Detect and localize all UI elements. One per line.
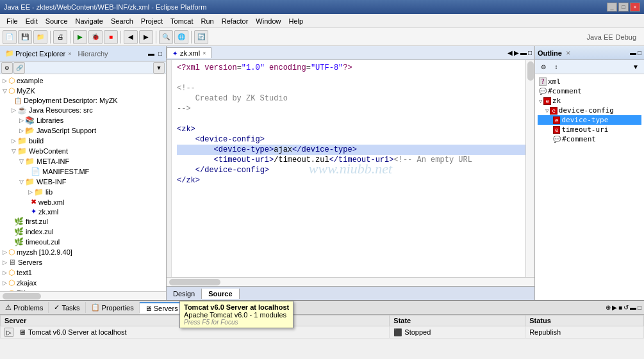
menu-search[interactable]: Search	[107, 16, 137, 26]
outline-item-device-type[interactable]: e device-type	[538, 115, 641, 125]
tree-item-metainf[interactable]: ▽ 📁 META-INF	[1, 156, 165, 166]
menu-window[interactable]: Window	[252, 16, 285, 26]
menu-navigate[interactable]: Navigate	[72, 16, 107, 26]
editor-scroll-left[interactable]: ◀	[508, 49, 513, 56]
bottom-restart-server[interactable]: ↺	[623, 304, 629, 311]
tab-design[interactable]: Design	[167, 289, 202, 299]
editor-tab-zkxml[interactable]: ✦ zk.xml ×	[167, 47, 211, 58]
maximize-button[interactable]: □	[618, 3, 629, 12]
outline-item-timeout-uri[interactable]: e timeout-uri	[538, 125, 641, 134]
expand-myzk[interactable]: ▽	[3, 88, 7, 94]
close-button[interactable]: ×	[630, 3, 640, 12]
bottom-new-server[interactable]: ⊕	[606, 304, 611, 311]
stop-button[interactable]: ■	[104, 30, 118, 44]
globe-button[interactable]: 🌐	[174, 30, 188, 44]
tree-item-indexzul[interactable]: 🌿 index.zul	[1, 227, 165, 237]
expand-metainf[interactable]: ▽	[19, 158, 24, 164]
expand-webcontent[interactable]: ▽	[12, 148, 16, 154]
minimize-button[interactable]: _	[607, 3, 617, 12]
editor-scroll-right[interactable]: ▶	[514, 49, 519, 56]
search-button[interactable]: 🔍	[159, 30, 173, 44]
server-row-1[interactable]: ▷ 🖥 Tomcat v6.0 Server at localhost ⬛ St…	[1, 326, 644, 339]
expand-javascript[interactable]: ▷	[19, 127, 24, 134]
outline-item-xml[interactable]: ? xml	[538, 77, 641, 86]
outline-item-comment1[interactable]: 💬 #comment	[538, 86, 641, 96]
tree-item-libraries[interactable]: ▷ 📚 Libraries	[1, 115, 165, 125]
tab-project-explorer[interactable]: 📁 Project Explorer ×	[3, 48, 74, 59]
editor-minimize[interactable]: ▬	[520, 49, 527, 56]
forward-button[interactable]: ▶	[139, 30, 153, 44]
bottom-start-server[interactable]: ▶	[612, 304, 617, 311]
expand-build[interactable]: ▷	[12, 138, 16, 144]
expand-example[interactable]: ▷	[3, 77, 7, 84]
expand-libraries[interactable]: ▷	[19, 117, 24, 124]
expand-lib[interactable]: ▷	[28, 189, 33, 195]
tree-item-myzk[interactable]: ▽ ⬡ MyZK	[1, 86, 165, 96]
tree-item-zkajax[interactable]: ▷ ⬡ zkajax	[1, 278, 165, 288]
collapse-all-button[interactable]: ⊖	[1, 62, 13, 74]
expand-device-config-outline[interactable]: ▽	[545, 108, 549, 114]
tree-item-manifest[interactable]: 📄 MANIFEST.MF	[1, 166, 165, 177]
project-explorer-close[interactable]: ×	[68, 51, 71, 57]
expand-java-resources[interactable]: ▷	[12, 107, 16, 113]
expand-myzsh[interactable]: ▷	[3, 249, 7, 255]
minimize-panel-button[interactable]: ▬	[147, 50, 156, 57]
bottom-maximize[interactable]: □	[638, 304, 641, 311]
expand-server-btn[interactable]: ▷	[4, 328, 13, 337]
tab-tasks[interactable]: ✓ Tasks	[49, 302, 85, 313]
tab-source[interactable]: Source	[202, 289, 239, 299]
editor-maximize[interactable]: □	[528, 49, 532, 56]
tree-item-lib[interactable]: ▷ 📁 lib	[1, 187, 165, 197]
tab-hierarchy[interactable]: Hierarchy	[74, 49, 112, 59]
new-button[interactable]: 📄	[3, 30, 17, 44]
run-button[interactable]: ▶	[73, 30, 87, 44]
outline-collapse-btn[interactable]: ⊖	[538, 61, 549, 73]
print-button[interactable]: 🖨	[53, 30, 67, 44]
tree-item-text1[interactable]: ▷ ⬡ text1	[1, 267, 165, 278]
bottom-stop-server[interactable]: ■	[618, 304, 622, 311]
tab-problems[interactable]: ⚠ Problems	[0, 302, 49, 313]
window-controls[interactable]: _ □ ×	[607, 3, 640, 12]
view-menu-button[interactable]: ▼	[153, 62, 165, 74]
menu-source[interactable]: Source	[42, 16, 72, 26]
tree-item-webinf[interactable]: ▽ 📁 WEB-INF	[1, 177, 165, 187]
expand-zk-outline[interactable]: ▽	[539, 98, 542, 104]
tab-properties[interactable]: 📋 Properties	[86, 302, 140, 313]
editor-scrollbar-x[interactable]	[167, 277, 534, 286]
editor-scrollbar-v[interactable]	[525, 60, 534, 277]
outline-item-zk[interactable]: ▽ e zk	[538, 96, 641, 106]
close-zkxml-tab[interactable]: ×	[202, 50, 206, 56]
tree-item-deployment[interactable]: 📋 Deployment Descriptor: MyZK	[1, 96, 165, 105]
editor-content[interactable]: www.niubb.net <?xml version="1.0" encodi…	[167, 60, 534, 277]
tree-item-webcontent[interactable]: ▽ 📁 WebContent	[1, 146, 165, 156]
menu-help[interactable]: Help	[285, 16, 307, 26]
menu-edit[interactable]: Edit	[22, 16, 42, 26]
tree-item-build[interactable]: ▷ 📁 build	[1, 136, 165, 146]
tree-item-example[interactable]: ▷ ⬡ example	[1, 76, 165, 86]
tree-item-timeoutzul[interactable]: 🌿 timeout.zul	[1, 237, 165, 247]
bottom-minimize[interactable]: ▬	[630, 304, 636, 311]
outline-item-comment2[interactable]: 💬 #comment	[538, 134, 641, 144]
maximize-panel-button[interactable]: □	[157, 50, 163, 57]
outline-menu-btn[interactable]: ▼	[630, 61, 641, 73]
menu-tomcat[interactable]: Tomcat	[167, 16, 197, 26]
outline-minimize[interactable]: ▬	[630, 49, 636, 56]
back-button[interactable]: ◀	[124, 30, 138, 44]
outline-item-device-config[interactable]: ▽ e device-config	[538, 106, 641, 115]
expand-zkajax[interactable]: ▷	[3, 280, 7, 286]
outline-sort-btn[interactable]: ↕	[550, 61, 562, 73]
expand-servers[interactable]: ▷	[3, 259, 7, 266]
save-button[interactable]: 💾	[18, 30, 32, 44]
tree-item-java-resources[interactable]: ▷ ☕ Java Resources: src	[1, 105, 165, 115]
link-editor-button[interactable]: 🔗	[13, 62, 25, 74]
menu-refactor[interactable]: Refactor	[218, 16, 252, 26]
menu-run[interactable]: Run	[197, 16, 218, 26]
expand-webinf[interactable]: ▽	[19, 179, 24, 185]
menu-project[interactable]: Project	[137, 16, 167, 26]
explorer-scrollbar-x[interactable]	[0, 291, 166, 300]
menu-file[interactable]: File	[3, 16, 22, 26]
tree-item-myzsh[interactable]: ▷ ⬡ myzsh [10.2.9.40]	[1, 247, 165, 257]
tree-item-zkxml[interactable]: ✦ zk.xml	[1, 207, 165, 216]
debug-button[interactable]: 🐞	[88, 30, 103, 44]
refresh-button[interactable]: 🔄	[194, 30, 208, 44]
